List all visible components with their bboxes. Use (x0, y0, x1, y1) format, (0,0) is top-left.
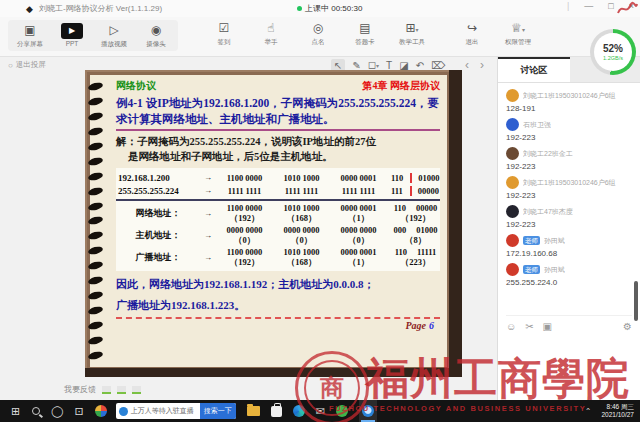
teacher-badge: 老师 (523, 265, 540, 274)
app-window: ◆ 刘晓工-网络协议分析 Ver(1.1.1.29) 上课中 00:50:30 … (0, 0, 640, 422)
search-box-icon (119, 407, 128, 416)
hidden-icons-chevron[interactable]: ⌃ (585, 407, 592, 416)
camera-button[interactable]: ◉ 摄像头 (140, 22, 172, 49)
sign-in-button[interactable]: ☑ 签到 (208, 20, 240, 47)
pinned-app-icon[interactable] (95, 405, 107, 417)
search-box-text: 上万人等待入驻直播 (131, 406, 194, 416)
arrow-icon: → (200, 186, 216, 195)
chat-message: 老师孙田斌 255.255.224.0 (506, 263, 632, 287)
exit-icon: ↪ (467, 20, 477, 37)
chat-settings-button[interactable]: ⚙ (623, 321, 632, 332)
arrow-icon: → (200, 209, 216, 218)
emoji-button[interactable]: ☺ (506, 321, 516, 332)
feedback-emoji-icon[interactable] (102, 386, 111, 394)
search-icon[interactable] (32, 407, 40, 415)
class-status: 上课中 00:50:30 (297, 3, 362, 14)
table-row-host: 主机地址： → 0000 0000（0） 0000 0000（0） 0000 0… (116, 225, 440, 245)
titlebar-separator: | (567, 1, 569, 11)
arrow-icon: → (200, 231, 216, 240)
edge-browser-icon[interactable] (293, 405, 305, 417)
active-app-icon[interactable] (359, 400, 377, 422)
windows-taskbar: ⊞ ◯ ⊡ 上万人等待入驻直播 搜索一下 ✉ ⌃ 8:46 周三 2021/10… (0, 400, 640, 422)
screenshot-button[interactable]: ✂ (525, 321, 533, 332)
search-go-button[interactable]: 搜索一下 (200, 403, 236, 419)
main-toolbar: ▣ 分享屏幕 ▶ PPT ▷ 播放视频 ◉ 摄像头 ☑ 签到 ☝ (0, 17, 640, 57)
feedback-like-icon[interactable] (117, 386, 126, 394)
teacher-badge: 老师 (523, 236, 540, 245)
avatar (506, 176, 519, 189)
app-logo-icon: ◆ (26, 4, 33, 14)
slide-content: 网络协议 第4章 网络层协议 例4-1 设IP地址为192.168.1.200，… (116, 79, 440, 363)
class-status-text: 上课中 00:50:30 (305, 3, 362, 14)
arrow-icon: → (200, 253, 216, 262)
raise-hand-button[interactable]: ☝ 举手 (255, 20, 287, 47)
permissions-icon: ♕ (511, 21, 522, 35)
cortana-button[interactable]: ◯ (51, 400, 63, 422)
discussion-sidebar: 讨论区 刘晓工1班19503010246户6组 128-191 石班卫强 192… (497, 57, 640, 400)
clock-time: 8:46 周三 (607, 403, 634, 410)
conclusion-line-1: 因此，网络地址为192.168.1.192；主机地址为0.0.0.8； (116, 276, 440, 292)
table-row-ip: 192.168.1.200 → 1100 0000 1010 1000 0000… (116, 171, 440, 184)
microsoft-store-icon[interactable] (271, 406, 282, 417)
shape-icon: ◻ (368, 59, 376, 70)
feedback-bar: 我要反馈 (64, 384, 141, 395)
play-video-icon: ▷ (109, 22, 118, 39)
prev-page-button[interactable]: ‹ (465, 59, 469, 71)
table-row-network: 网络地址： → 1100 0000（192） 1010 1000（168） 00… (116, 203, 440, 223)
network-quality-gauge: 52% 1.2GB/s (590, 29, 636, 75)
slide-course-title: 网络协议 (116, 79, 156, 93)
teaching-tools-icon: ⊞ (405, 21, 415, 35)
live-dot-icon (297, 6, 302, 11)
window-title: 刘晓工-网络协议分析 Ver(1.1.1.29) (39, 3, 162, 14)
spiral-binding (88, 83, 106, 359)
chat-input-toolbar: ☺ ✂ ▣ ⚙ (506, 315, 632, 332)
chat-message: 刘晓工1班19503010246户6组 192-223 (506, 176, 632, 200)
share-screen-icon: ▣ (24, 22, 35, 39)
minimize-button[interactable]: — (584, 1, 593, 11)
task-view-button[interactable]: ⊡ (75, 400, 84, 422)
feedback-star-icon[interactable] (132, 386, 141, 394)
file-explorer-icon[interactable] (247, 406, 260, 416)
ppt-icon: ▶ (61, 23, 83, 39)
answer-card-button[interactable]: ▤ 答题卡 (349, 20, 381, 47)
chat-message-list: 刘晓工1班19503010246户6组 128-191 石班卫强 192-223… (498, 83, 640, 287)
chat-scrollbar[interactable] (634, 281, 638, 321)
ppt-mode-button[interactable]: ▶ PPT (56, 22, 88, 47)
title-bar: ◆ 刘晓工-网络协议分析 Ver(1.1.1.29) 上课中 00:50:30 … (0, 0, 640, 17)
start-button[interactable]: ⊞ (11, 400, 20, 422)
camera-icon: ◉ (151, 22, 161, 39)
pinned-app-green-icon[interactable] (336, 405, 348, 417)
share-screen-button[interactable]: ▣ 分享屏幕 (14, 22, 46, 49)
mail-app-icon[interactable]: ✉ (316, 405, 325, 418)
chevron-down-icon: ▾ (376, 63, 379, 69)
page-indicator: Page6 (116, 320, 434, 331)
roll-call-button[interactable]: ◎ 点名 (302, 20, 334, 47)
maximize-button[interactable]: □ (608, 1, 613, 11)
taskbar-search-box[interactable]: 上万人等待入驻直播 搜索一下 (116, 403, 236, 419)
answer-card-icon: ▤ (359, 20, 370, 37)
divider (116, 317, 440, 319)
gauge-speed: 1.2GB/s (603, 55, 623, 61)
permissions-button[interactable]: ♕▾ 权限管理 (502, 20, 534, 47)
tab-discussion[interactable]: 讨论区 (498, 57, 570, 82)
chat-message: 老师孙田斌 172.19.160.68 (506, 234, 632, 258)
taskbar-clock[interactable]: 8:46 周三 2021/10/27 (601, 403, 634, 419)
example-title: 例4-1 设IP地址为192.168.1.200，子网掩码为255.255.25… (116, 95, 440, 127)
play-video-button[interactable]: ▷ 播放视频 (98, 22, 130, 49)
avatar (506, 89, 519, 102)
exit-button[interactable]: ↪ 退出 (456, 20, 488, 47)
next-page-button[interactable]: › (480, 59, 484, 71)
image-button[interactable]: ▣ (543, 321, 552, 332)
chevron-down-icon: ▾ (416, 27, 419, 33)
avatar (506, 263, 519, 276)
teaching-tools-button[interactable]: ⊞▾ 教学工具 (396, 20, 428, 47)
feedback-label[interactable]: 我要反馈 (64, 384, 96, 395)
sign-in-icon: ☑ (219, 20, 230, 37)
toolbar-group-session: ↪ 退出 ♕▾ 权限管理 (456, 20, 534, 47)
divider (116, 199, 440, 201)
solution-line-2: 是网络地址和子网地址，后5位是主机地址。 (128, 149, 440, 164)
chat-message: 刘晓工1班19503010246户6组 128-191 (506, 89, 632, 113)
slide-canvas: 网络协议 第4章 网络层协议 例4-1 设IP地址为192.168.1.200，… (90, 75, 447, 367)
exit-cast-button[interactable]: ○ 退出投屏 (8, 60, 46, 70)
conclusion-line-2: 广播地址为192.168.1.223。 (116, 297, 440, 313)
